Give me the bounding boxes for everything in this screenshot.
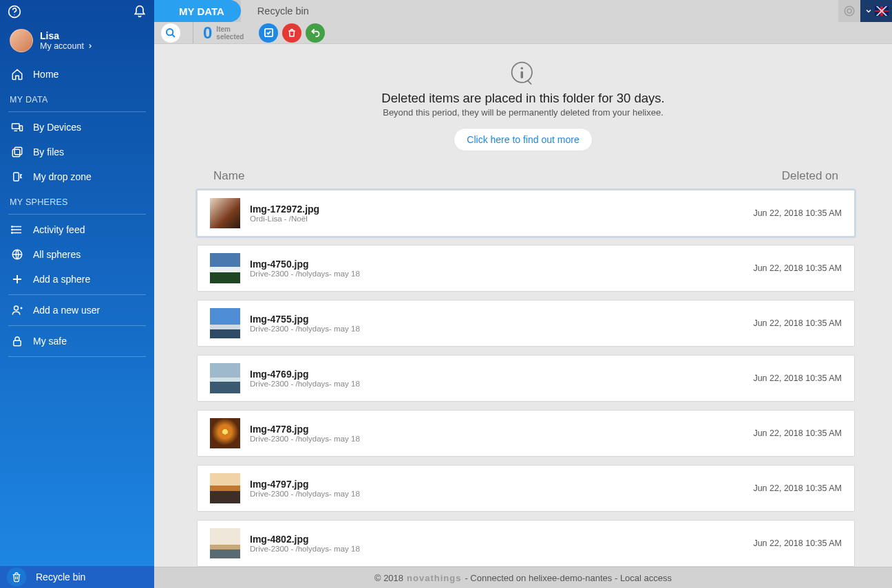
sidebar-item-label: By Devices [33,122,81,133]
svg-point-18 [521,67,523,69]
file-name: Img-4797.jpg [250,479,753,490]
sidebar-section-spheres: MY SPHERES [0,189,154,211]
sidebar-item-label: Add a sphere [33,274,90,285]
search-icon [165,28,176,39]
file-deleted-date: Jun 22, 2018 10:35 AM [753,428,842,438]
svg-point-8 [12,229,13,230]
file-row[interactable]: Img-4750.jpgDrive-2300 - /holydays- may … [197,245,855,292]
svg-rect-3 [20,126,23,131]
sidebar-item-addsphere[interactable]: Add a sphere [0,267,154,292]
sidebar-item-label: Add a new user [33,305,100,316]
sidebar: Lisa My account Home MY DATA By Devices … [0,0,154,588]
undo-icon [310,28,321,38]
thumbnail [210,308,240,338]
file-name: Img-4778.jpg [250,424,753,435]
file-list: Img-172972.jpgOrdi-Lisa - /NoëlJun 22, 2… [189,190,863,567]
file-name: Img-4750.jpg [250,259,753,270]
user-name: Lisa [40,30,94,41]
file-row[interactable]: Img-4797.jpgDrive-2300 - /holydays- may … [197,465,855,512]
sidebar-item-activity[interactable]: Activity feed [0,217,154,242]
learn-more-link[interactable]: Click here to find out more [454,128,592,151]
info-icon [510,61,536,87]
file-deleted-date: Jun 22, 2018 10:35 AM [753,208,842,218]
file-deleted-date: Jun 22, 2018 10:35 AM [753,483,842,493]
trash-icon [287,28,297,38]
sidebar-item-adduser[interactable]: Add a new user [0,298,154,323]
info-title: Deleted items are placed in this folder … [168,91,878,106]
divider [8,111,146,112]
globe-icon [10,248,25,261]
plus-icon [10,273,25,285]
divider [8,294,146,295]
sidebar-item-home[interactable]: Home [0,62,154,87]
sidebar-item-devices[interactable]: By Devices [0,115,154,140]
delete-button[interactable] [282,23,301,43]
file-row[interactable]: Img-4778.jpgDrive-2300 - /holydays- may … [197,410,855,457]
svg-point-9 [12,232,13,234]
file-row[interactable]: Img-4769.jpgDrive-2300 - /holydays- may … [197,355,855,402]
lock-icon [10,335,25,347]
col-name: Name [213,169,728,183]
file-row[interactable]: Img-4802.jpgDrive-2300 - /holydays- may … [197,520,855,567]
target-icon[interactable] [838,0,860,22]
activity-icon [10,224,25,236]
file-name: Img-172972.jpg [250,204,753,215]
file-row[interactable]: Img-172972.jpgOrdi-Lisa - /NoëlJun 22, 2… [197,190,855,237]
sidebar-item-label: Activity feed [33,224,85,235]
svg-rect-12 [14,340,21,346]
file-path: Drive-2300 - /holydays- may 18 [250,435,753,443]
notifications-icon[interactable] [132,4,147,19]
sidebar-item-allspheres[interactable]: All spheres [0,242,154,267]
help-icon[interactable] [7,4,22,19]
svg-rect-19 [521,72,523,78]
home-icon [10,68,25,80]
account-link[interactable]: Lisa My account [0,23,154,62]
selection-counter: 0 Item selected [203,23,244,43]
info-subtitle: Beyond this period, they will be permane… [168,107,878,118]
svg-point-1 [14,14,14,15]
thumbnail [210,528,240,558]
sidebar-item-dropzone[interactable]: My drop zone [0,164,154,189]
selected-count: 0 [203,23,212,43]
file-name: Img-4755.jpg [250,314,753,325]
file-path: Drive-2300 - /holydays- may 18 [250,545,753,553]
chevron-right-icon [87,43,94,50]
restore-button[interactable] [306,23,325,43]
header-tab[interactable]: MY DATA [154,0,241,22]
toolbar: 0 Item selected [154,22,892,44]
devices-icon [10,121,25,133]
col-deleted: Deleted on [728,169,838,183]
trash-icon [7,567,26,587]
files-icon [10,146,25,158]
thumbnail [210,253,240,283]
svg-rect-4 [12,149,20,157]
file-deleted-date: Jun 22, 2018 10:35 AM [753,373,842,383]
divider [193,22,193,43]
file-path: Drive-2300 - /holydays- may 18 [250,380,753,388]
sidebar-item-label: By files [33,146,64,157]
sidebar-recycle-bin[interactable]: Recycle bin [0,566,154,588]
svg-point-15 [167,29,173,35]
select-all-button[interactable] [259,23,278,43]
file-row[interactable]: Img-4755.jpgDrive-2300 - /holydays- may … [197,300,855,347]
sidebar-item-safe[interactable]: My safe [0,329,154,353]
thumbnail [210,198,240,228]
file-name: Img-4769.jpg [250,369,753,380]
avatar [10,29,33,52]
sidebar-item-label: My safe [33,336,67,347]
file-path: Drive-2300 - /holydays- may 18 [250,270,753,278]
thumbnail [210,473,240,503]
sidebar-item-files[interactable]: By files [0,140,154,164]
search-button[interactable] [161,23,180,43]
chevron-down-icon [864,7,873,15]
sidebar-item-label: My drop zone [33,171,92,182]
recycle-label: Recycle bin [36,571,85,582]
brand-name: novathings [407,573,461,583]
thumbnail [210,363,240,393]
sidebar-item-label: Home [33,69,59,80]
file-name: Img-4802.jpg [250,534,753,545]
language-switcher[interactable] [860,0,892,22]
divider [8,356,146,357]
file-path: Drive-2300 - /holydays- may 18 [250,325,753,333]
breadcrumb: Recycle bin [241,0,838,22]
